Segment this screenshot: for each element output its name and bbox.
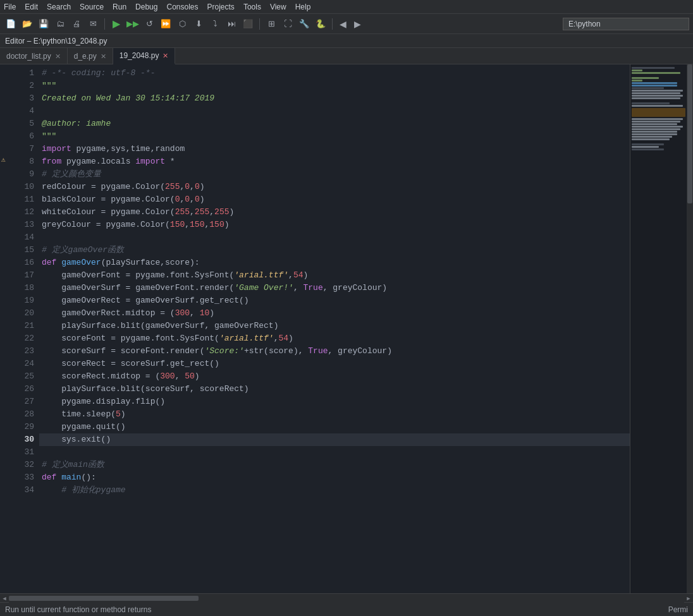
code-line-34: # 初始化pygame <box>39 484 630 497</box>
run-debug-button[interactable]: ▶▶ <box>126 17 140 31</box>
ln-11: 11 <box>0 193 34 206</box>
code-line-28: time.sleep(5) <box>39 408 630 421</box>
statusbar: Run until current function or method ret… <box>0 602 693 616</box>
code-line-24: scoreRect = scoreSurf.get_rect() <box>39 358 630 370</box>
scrollbar-horizontal-area: ◀ ▶ <box>0 593 693 602</box>
ln-23: 23 <box>0 345 34 358</box>
menu-debug[interactable]: Debug <box>135 3 157 11</box>
ln-5: 5 <box>0 118 34 130</box>
menu-view[interactable]: View <box>270 3 286 11</box>
code-line-25: scoreRect.midtop = (300, 50) <box>39 370 630 383</box>
step-into-button[interactable]: ⬇ <box>192 17 205 31</box>
run-button[interactable]: ▶ <box>109 17 123 31</box>
menu-run[interactable]: Run <box>113 3 126 11</box>
code-line-33: def main(): <box>39 471 630 484</box>
scrollbar-h-track[interactable] <box>9 594 684 603</box>
ln-25: 25 <box>0 370 34 383</box>
new-file-button[interactable]: 📄 <box>4 17 18 31</box>
scroll-right-button[interactable]: ▶ <box>684 594 693 603</box>
code-line-10: redColour = pygame.Color(255,0,0) <box>39 181 630 193</box>
step-out-button[interactable]: ⏭ <box>224 17 238 31</box>
code-line-4 <box>39 105 630 118</box>
ln-20: 20 <box>0 307 34 320</box>
minimap-content <box>630 64 687 154</box>
fullscreen-button[interactable]: ⛶ <box>281 17 295 31</box>
ln-12: 12 <box>0 206 34 219</box>
toolbar-divider-1 <box>104 18 105 30</box>
scrollbar-thumb[interactable] <box>687 64 692 203</box>
menu-source[interactable]: Source <box>80 3 104 11</box>
ln-17: 17 <box>0 269 34 282</box>
run-cell-button[interactable]: ⬡ <box>175 17 189 31</box>
ln-31: 31 <box>0 446 34 459</box>
code-line-16: def gameOver(playSurface,score): <box>39 257 630 269</box>
back-button[interactable]: ◀ <box>337 19 349 29</box>
step-over-button[interactable]: ⤵ <box>208 17 222 31</box>
ln-15: 15 <box>0 244 34 257</box>
line-numbers: 1 2 3 4 5 6 7 8 9 10 11 12 13 14 15 16 1… <box>0 64 39 497</box>
stop-button[interactable]: ⬛ <box>241 17 255 31</box>
ln-28: 28 <box>0 408 34 421</box>
tab-2048-close[interactable]: ✕ <box>163 52 168 60</box>
tab-2048[interactable]: 19_2048.py ✕ <box>113 48 176 64</box>
tab-doctor-list-close[interactable]: ✕ <box>55 52 61 61</box>
menubar: File Edit Search Source Run Debug Consol… <box>0 0 693 14</box>
scrollbar-vertical[interactable] <box>687 64 693 593</box>
code-line-1: # -*- coding: utf-8 -*- <box>39 67 630 80</box>
code-line-19: gameOverRect = gameOverSurf.get_rect() <box>39 294 630 307</box>
ln-13: 13 <box>0 219 34 231</box>
tab-doctor-list-label: doctor_list.py <box>6 52 51 61</box>
code-line-3: Created on Wed Jan 30 15:14:17 2019 <box>39 92 630 105</box>
menu-projects[interactable]: Projects <box>207 3 235 11</box>
menu-tools[interactable]: Tools <box>243 3 261 11</box>
menu-consoles[interactable]: Consoles <box>166 3 198 11</box>
code-line-29: pygame.quit() <box>39 421 630 433</box>
ln-19: 19 <box>0 294 34 307</box>
menu-edit[interactable]: Edit <box>25 3 38 11</box>
ln-32: 32 <box>0 459 34 471</box>
ln-22: 22 <box>0 332 34 345</box>
ln-6: 6 <box>0 130 34 143</box>
tab-doctor-list[interactable]: doctor_list.py ✕ <box>0 48 68 64</box>
ln-33: 33 <box>0 471 34 484</box>
scroll-left-button[interactable]: ◀ <box>0 594 9 603</box>
code-line-8: from pygame.locals import * <box>39 155 630 168</box>
menu-file[interactable]: File <box>4 3 16 11</box>
ln-27: 27 <box>0 396 34 408</box>
save-all-button[interactable]: 🗂 <box>53 17 67 31</box>
code-line-11: blackColour = pygame.Color(0,0,0) <box>39 193 630 206</box>
statusbar-right: Permi <box>668 605 688 614</box>
print-button[interactable]: 🖨 <box>70 17 83 31</box>
python-button[interactable]: 🐍 <box>314 17 328 31</box>
toolbar-divider-3 <box>332 18 333 30</box>
code-editor[interactable]: # -*- coding: utf-8 -*- """ Created on W… <box>39 64 630 593</box>
run-module-button[interactable]: ⏩ <box>159 17 173 31</box>
tab-d-e[interactable]: d_e.py ✕ <box>68 48 113 64</box>
ln-4: 4 <box>0 105 34 118</box>
menu-help[interactable]: Help <box>295 3 311 11</box>
scrollbar-h-thumb[interactable] <box>9 596 199 601</box>
settings-button[interactable]: 🔧 <box>297 17 311 31</box>
ln-2: 2 <box>0 80 34 92</box>
open-file-button[interactable]: 📂 <box>20 17 34 31</box>
restart-button[interactable]: ↺ <box>142 17 156 31</box>
code-line-9: # 定义颜色变量 <box>39 168 630 181</box>
ln-30: 30 <box>0 433 34 446</box>
editor-title: Editor – E:\python\19_2048.py <box>5 37 107 45</box>
code-line-12: whiteColour = pygame.Color(255,255,255) <box>39 206 630 219</box>
email-button[interactable]: ✉ <box>86 17 100 31</box>
tab-2048-label: 19_2048.py <box>120 51 159 60</box>
tab-d-e-close[interactable]: ✕ <box>101 52 106 61</box>
forward-button[interactable]: ▶ <box>352 19 364 29</box>
save-button[interactable]: 💾 <box>37 17 51 31</box>
ln-10: 10 <box>0 181 34 193</box>
code-line-22: scoreFont = pygame.font.SysFont('arial.t… <box>39 332 630 345</box>
ln-3: 3 <box>0 92 34 105</box>
ln-9: 9 <box>0 168 34 181</box>
path-input[interactable] <box>563 18 689 30</box>
expand-button[interactable]: ⊞ <box>264 17 278 31</box>
menu-search[interactable]: Search <box>47 3 71 11</box>
toolbar: 📄 📂 💾 🗂 🖨 ✉ ▶ ▶▶ ↺ ⏩ ⬡ ⬇ ⤵ ⏭ ⬛ ⊞ ⛶ 🔧 🐍 ◀… <box>0 14 693 34</box>
code-line-20: gameOverRect.midtop = (300, 10) <box>39 307 630 320</box>
ln-29: 29 <box>0 421 34 433</box>
